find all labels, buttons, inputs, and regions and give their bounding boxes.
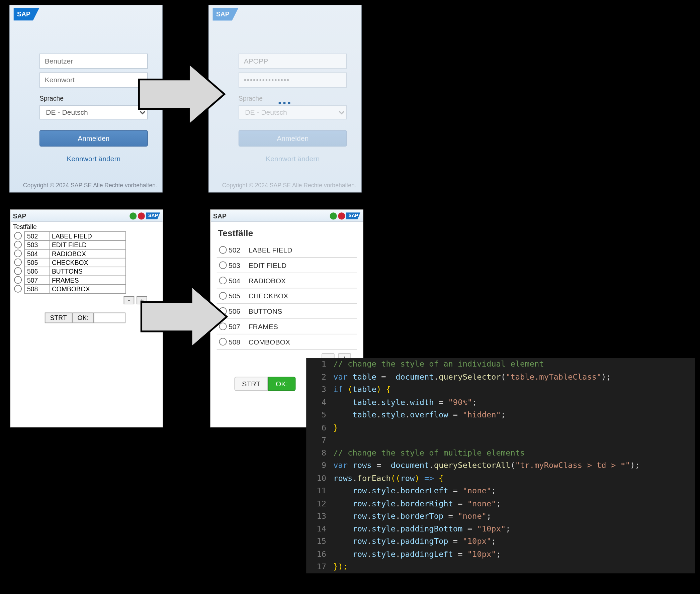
arrow-right-icon bbox=[135, 281, 230, 352]
code-content bbox=[333, 434, 695, 447]
code-line: 7 bbox=[306, 434, 695, 447]
row-radio[interactable] bbox=[14, 285, 22, 292]
code-line: 17}); bbox=[306, 561, 695, 573]
code-line: 15 row.style.paddingTop = "10px"; bbox=[306, 535, 695, 548]
code-editor[interactable]: 1// change the style of an individual el… bbox=[306, 358, 695, 573]
row-label: RADIOBOX bbox=[49, 249, 126, 258]
list-item[interactable]: 502LABEL FIELD bbox=[217, 242, 357, 258]
svg-text:SAP: SAP bbox=[216, 10, 229, 18]
svg-marker-5 bbox=[141, 286, 226, 347]
code-content: row.style.paddingTop = "10px"; bbox=[333, 535, 695, 548]
code-content: row.style.paddingLeft = "10px"; bbox=[333, 548, 695, 561]
line-number: 9 bbox=[306, 459, 333, 472]
row-radio[interactable] bbox=[14, 267, 22, 274]
row-code: 503 bbox=[228, 261, 249, 270]
row-code: 505 bbox=[228, 292, 249, 300]
cancel-status-icon[interactable] bbox=[138, 212, 145, 219]
code-content: var table = document.querySelector("tabl… bbox=[333, 371, 695, 383]
username-input[interactable] bbox=[39, 54, 148, 69]
code-line: 4 table.style.width = "90%"; bbox=[306, 396, 695, 409]
arrow-right-icon bbox=[133, 59, 227, 129]
code-content: } bbox=[333, 421, 695, 434]
ok-status-icon[interactable] bbox=[330, 212, 337, 219]
row-label: FRAMES bbox=[249, 322, 278, 331]
password-input[interactable] bbox=[39, 72, 148, 88]
code-content: row.style.paddingBottom = "10px"; bbox=[333, 522, 695, 535]
password-input[interactable] bbox=[238, 72, 347, 88]
code-content: }); bbox=[333, 561, 695, 573]
change-password-link[interactable]: Kennwort ändern bbox=[238, 155, 347, 163]
remove-row-button[interactable]: - bbox=[124, 296, 134, 304]
login-button[interactable]: Anmelden bbox=[238, 130, 347, 146]
start-button[interactable]: STRT bbox=[45, 313, 72, 323]
code-content: rows.forEach((row) => { bbox=[333, 472, 695, 485]
code-line: 2var table = document.querySelector("tab… bbox=[306, 371, 695, 383]
list-item[interactable]: 503EDIT FIELD bbox=[217, 258, 357, 273]
panel-title-bar: SAP SAP bbox=[11, 210, 163, 222]
row-radio[interactable] bbox=[219, 246, 226, 254]
table-row: 502LABEL FIELD bbox=[12, 232, 126, 240]
ok-status-icon[interactable] bbox=[129, 212, 136, 219]
code-line: 1// change the style of an individual el… bbox=[306, 358, 695, 371]
row-radio[interactable] bbox=[14, 276, 22, 284]
row-code: 503 bbox=[25, 240, 49, 249]
row-code: 506 bbox=[25, 267, 49, 275]
code-content: row.style.borderLeft = "none"; bbox=[333, 484, 695, 497]
code-line: 10rows.forEach((row) => { bbox=[306, 472, 695, 485]
svg-marker-2 bbox=[213, 8, 238, 21]
login-button[interactable]: Anmelden bbox=[39, 130, 148, 146]
sap-mini-logo-icon: SAP bbox=[146, 212, 160, 219]
code-line: 11 row.style.borderLeft = "none"; bbox=[306, 484, 695, 497]
row-label: LABEL FIELD bbox=[249, 246, 292, 254]
list-item[interactable]: 508COMBOBOX bbox=[217, 334, 357, 350]
line-number: 3 bbox=[306, 383, 333, 396]
sap-mini-logo-icon: SAP bbox=[346, 212, 360, 219]
start-button[interactable]: STRT bbox=[234, 376, 268, 391]
code-line: 13 row.style.borderTop = "none"; bbox=[306, 510, 695, 522]
table-row: 504RADIOBOX bbox=[12, 249, 126, 258]
row-radio[interactable] bbox=[14, 258, 22, 266]
row-label: CHECKBOX bbox=[49, 258, 126, 267]
row-radio[interactable] bbox=[219, 261, 226, 269]
code-content: if (table) { bbox=[333, 383, 695, 396]
change-password-link[interactable]: Kennwort ändern bbox=[39, 155, 148, 163]
list-item[interactable]: 507FRAMES bbox=[217, 319, 357, 334]
list-item[interactable]: 504RADIOBOX bbox=[217, 273, 357, 289]
username-input[interactable] bbox=[238, 54, 347, 69]
list-item[interactable]: 506BUTTONS bbox=[217, 304, 357, 319]
row-code: 504 bbox=[25, 249, 49, 258]
line-number: 12 bbox=[306, 497, 333, 510]
language-select[interactable]: DE - Deutsch bbox=[39, 105, 148, 120]
code-line: 14 row.style.paddingBottom = "10px"; bbox=[306, 522, 695, 535]
line-number: 10 bbox=[306, 472, 333, 485]
table-caption: Testfälle bbox=[11, 222, 163, 231]
copyright-text: Copyright © 2024 SAP SE Alle Rechte vorb… bbox=[222, 182, 356, 188]
svg-marker-4 bbox=[139, 64, 224, 125]
language-label: Sprache bbox=[238, 95, 347, 102]
line-number: 7 bbox=[306, 434, 333, 447]
svg-text:SAP: SAP bbox=[17, 10, 30, 18]
row-code: 504 bbox=[228, 276, 249, 285]
row-label: COMBOBOX bbox=[249, 337, 290, 346]
row-label: BUTTONS bbox=[249, 307, 282, 316]
row-code: 507 bbox=[228, 322, 249, 331]
line-number: 13 bbox=[306, 510, 333, 522]
line-number: 11 bbox=[306, 484, 333, 497]
row-label: FRAMES bbox=[49, 276, 126, 285]
ok-button[interactable]: OK: bbox=[72, 313, 94, 323]
row-code: 508 bbox=[228, 337, 249, 346]
code-line: 16 row.style.paddingLeft = "10px"; bbox=[306, 548, 695, 561]
copyright-text: Copyright © 2024 SAP SE Alle Rechte vorb… bbox=[23, 182, 157, 188]
ok-value-input[interactable] bbox=[94, 313, 126, 323]
line-number: 8 bbox=[306, 447, 333, 459]
row-radio[interactable] bbox=[14, 249, 22, 257]
language-select[interactable]: DE - Deutsch bbox=[238, 105, 347, 120]
code-line: 12 row.style.borderRight = "none"; bbox=[306, 497, 695, 510]
code-line: 8// change the style of multiple element… bbox=[306, 447, 695, 459]
row-label: EDIT FIELD bbox=[249, 261, 286, 270]
row-radio[interactable] bbox=[14, 232, 22, 239]
list-item[interactable]: 505CHECKBOX bbox=[217, 288, 357, 304]
cancel-status-icon[interactable] bbox=[338, 212, 345, 219]
ok-button[interactable]: OK: bbox=[268, 376, 295, 391]
row-radio[interactable] bbox=[14, 240, 22, 248]
